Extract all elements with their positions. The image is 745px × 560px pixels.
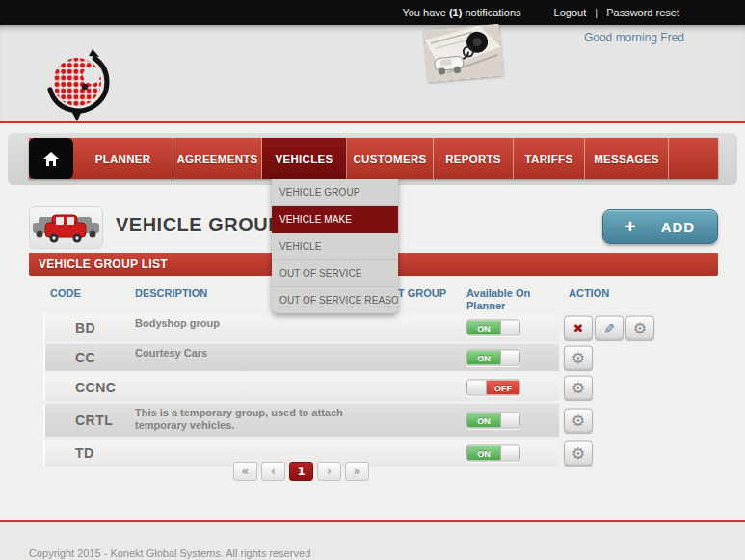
settings-button[interactable]: ⚙ <box>564 346 593 370</box>
pagination-page-1[interactable]: 1 <box>289 462 313 481</box>
table-row: CC Courtesy Cars ON ⚙ <box>0 344 745 371</box>
row-description: Courtesy Cars <box>135 347 371 360</box>
planner-toggle[interactable]: ON <box>466 350 520 366</box>
page-title: VEHICLE GROUP <box>116 214 281 236</box>
planner-toggle[interactable]: ON <box>466 413 520 429</box>
plus-icon: + <box>625 217 636 236</box>
column-header-available-on-planner: Available On Planner <box>466 287 536 312</box>
pagination-prev-button[interactable]: ‹ <box>261 462 285 481</box>
settings-button[interactable]: ⚙ <box>564 441 593 466</box>
home-button[interactable] <box>29 138 73 179</box>
app-window: You have (1) notifications Logout | Pass… <box>0 0 745 560</box>
dropdown-item-vehicle-make[interactable]: VEHICLE MAKE <box>272 206 398 233</box>
password-reset-link[interactable]: Password reset <box>606 7 679 18</box>
pagination-last-button[interactable]: » <box>345 462 369 481</box>
main-nav: PLANNER AGREEMENTS VEHICLES CUSTOMERS RE… <box>29 138 718 179</box>
dropdown-item-out-of-service[interactable]: OUT OF SERVICE <box>272 260 398 287</box>
toggle-knob <box>500 321 519 335</box>
add-button-label: ADD <box>661 219 696 235</box>
gear-icon: ⚙ <box>572 380 585 395</box>
notifications-count: (1) <box>449 7 462 18</box>
nav-item-reports[interactable]: REPORTS <box>434 138 514 179</box>
company-logo-icon[interactable] <box>35 37 123 121</box>
notifications-link[interactable]: You have (1) notifications <box>402 7 520 18</box>
planner-toggle[interactable]: OFF <box>466 380 520 396</box>
toggle-on-label: ON <box>467 321 500 335</box>
row-code: CC <box>75 350 95 365</box>
footer: Copyright 2015 - Konekt Global Systems. … <box>0 522 745 560</box>
gear-icon: ⚙ <box>633 320 647 335</box>
column-header-group: T GROUP <box>398 287 446 299</box>
add-button[interactable]: + ADD <box>602 209 718 244</box>
logout-link[interactable]: Logout <box>554 7 587 18</box>
notifications-text: You have <box>402 7 449 18</box>
toggle-knob <box>500 413 519 428</box>
column-header-action: ACTION <box>569 287 609 299</box>
settings-button[interactable]: ⚙ <box>564 409 593 433</box>
header: Good morning Fred <box>0 25 745 123</box>
nav-item-vehicles[interactable]: VEHICLES <box>262 138 347 179</box>
notifications-suffix: notifications <box>462 7 520 18</box>
home-icon <box>42 151 60 167</box>
nav-filler <box>669 138 718 179</box>
dropdown-item-vehicle-group[interactable]: VEHICLE GROUP <box>272 179 398 206</box>
column-header-code: CODE <box>50 287 81 299</box>
table-row: CRTL This is a temporary group, used to … <box>0 404 745 437</box>
delete-button[interactable]: ✖ <box>564 316 593 340</box>
car-keys-photo <box>424 24 503 83</box>
gear-icon: ⚙ <box>572 413 585 428</box>
row-description: Bodyshop group <box>135 317 371 330</box>
toggle-knob <box>467 381 487 395</box>
nav-item-agreements[interactable]: AGREEMENTS <box>173 138 262 179</box>
planner-toggle[interactable]: ON <box>466 320 520 336</box>
toggle-off-label: OFF <box>487 381 519 395</box>
toggle-on-label: ON <box>467 351 500 365</box>
nav-container: PLANNER AGREEMENTS VEHICLES CUSTOMERS RE… <box>8 133 737 185</box>
nav-item-tariffs[interactable]: TARIFFS <box>514 138 585 179</box>
vehicle-group-table: BD Bodyshop group ON ✖ ✎ ⚙ CC Courtesy C… <box>0 314 745 469</box>
toggle-on-label: ON <box>467 446 500 461</box>
table-row: CCNC OFF ⚙ <box>0 374 745 401</box>
column-header-description: DESCRIPTION <box>135 287 207 299</box>
settings-button[interactable]: ⚙ <box>564 376 593 400</box>
dropdown-item-vehicle[interactable]: VEHICLE <box>272 233 398 260</box>
toggle-knob <box>500 446 519 461</box>
row-code: TD <box>75 445 94 461</box>
link-separator: | <box>595 7 598 18</box>
table-row: BD Bodyshop group ON ✖ ✎ ⚙ <box>0 314 745 341</box>
vehicle-group-icon-tile <box>29 206 103 249</box>
greeting-text: Good morning Fred <box>584 31 684 44</box>
row-code: CCNC <box>75 380 116 395</box>
edit-button[interactable]: ✎ <box>595 316 624 340</box>
topbar: You have (1) notifications Logout | Pass… <box>0 0 745 25</box>
nav-item-planner[interactable]: PLANNER <box>73 138 173 179</box>
toggle-knob <box>500 351 519 365</box>
gear-icon: ⚙ <box>572 350 585 365</box>
toggle-on-label: ON <box>467 413 500 428</box>
nav-item-customers[interactable]: CUSTOMERS <box>347 138 434 179</box>
planner-toggle[interactable]: ON <box>466 445 520 462</box>
settings-button[interactable]: ⚙ <box>625 316 654 340</box>
row-description: This is a temporary group, used to attac… <box>135 407 371 432</box>
row-code: BD <box>75 320 95 335</box>
pagination-next-button[interactable]: › <box>317 462 341 481</box>
pagination-first-button[interactable]: « <box>233 462 257 481</box>
edit-icon: ✎ <box>603 321 615 334</box>
dropdown-item-out-of-service-reasons[interactable]: OUT OF SERVICE REASONS <box>272 287 398 313</box>
pagination: « ‹ 1 › » <box>43 462 559 481</box>
nav-item-messages[interactable]: MESSAGES <box>585 138 669 179</box>
gear-icon: ⚙ <box>572 445 585 461</box>
copyright-text: Copyright 2015 - Konekt Global Systems. … <box>29 547 310 559</box>
delete-icon: ✖ <box>573 322 584 334</box>
row-code: CRTL <box>75 413 113 428</box>
vehicles-dropdown-menu: VEHICLE GROUP VEHICLE MAKE VEHICLE OUT O… <box>272 179 398 313</box>
session-links: Logout | Password reset <box>554 7 679 18</box>
cars-icon <box>31 208 101 247</box>
